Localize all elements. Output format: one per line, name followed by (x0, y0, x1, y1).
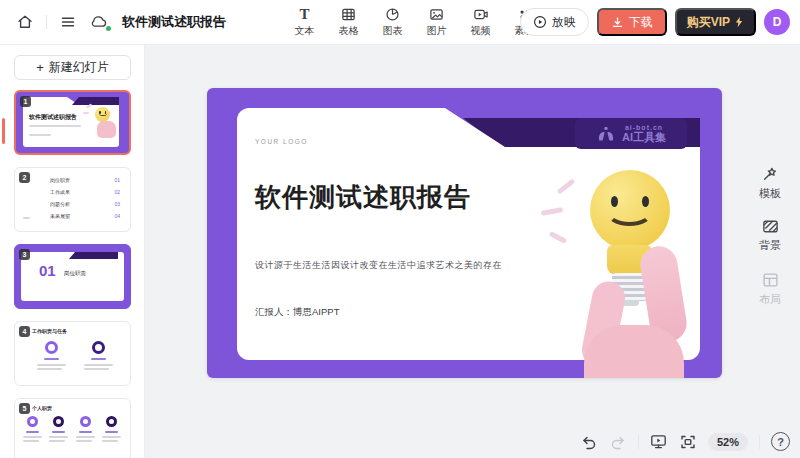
tool-text[interactable]: T 文本 (288, 5, 321, 38)
mini-dark-band (72, 97, 119, 105)
slide-thumbnail-3[interactable]: 3 01 岗位职责 (14, 244, 131, 309)
mini-text-bar (37, 364, 66, 366)
slide-number-badge: 2 (19, 172, 30, 183)
layout-panel-button[interactable]: 布局 (750, 272, 790, 307)
mini-donut-icon (106, 416, 117, 427)
document-title[interactable]: 软件测试述职报告 (122, 13, 226, 31)
template-panel-button[interactable]: 模板 (750, 165, 790, 201)
mini-text-bar (102, 440, 118, 442)
menu-icon[interactable] (57, 11, 79, 33)
background-panel-button[interactable]: 背景 (750, 219, 790, 253)
mini-text-bar (84, 368, 109, 370)
mini-cover-title: 软件测试述职报告 (29, 113, 77, 122)
redo-button[interactable] (609, 433, 627, 451)
watermark-logo-icon (596, 125, 616, 143)
divider (759, 435, 760, 449)
divider (46, 15, 47, 29)
slide-panel: + 新建幻灯片 1 软件测试述职报告 2 岗位职责 01 工作成果 02 问题分… (0, 45, 145, 458)
slide-number-badge: 5 (19, 403, 30, 414)
image-icon (429, 5, 444, 23)
slide-number-badge: 4 (19, 326, 30, 337)
mini-donut-icon (53, 416, 64, 427)
background-icon (762, 219, 779, 234)
tool-table[interactable]: 表格 (332, 5, 365, 38)
mini-donut-icon (45, 341, 58, 354)
video-icon (473, 5, 489, 23)
sync-status-dot (106, 26, 111, 31)
buy-vip-button[interactable]: 购买VIP (675, 8, 756, 36)
mini-text-bar (23, 217, 30, 219)
mini-dark-band (69, 252, 118, 259)
mini-text-bar (29, 125, 81, 127)
mini-text-bar (102, 436, 121, 438)
download-button[interactable]: 下载 (597, 8, 667, 36)
presenter-textbox[interactable]: 汇报人：博思AIPPT (255, 306, 339, 319)
slide-thumbnail-2[interactable]: 2 岗位职责 01 工作成果 02 问题分析 03 未来展望 04 (14, 167, 131, 232)
slide-thumbnail-5[interactable]: 5 个人职责 (14, 398, 131, 458)
topbar: 软件测试述职报告 T 文本 表格 图表 图片 (0, 0, 800, 45)
slide-number-badge: 1 (20, 96, 31, 107)
present-from-current-button[interactable] (650, 433, 668, 451)
tool-image[interactable]: 图片 (420, 5, 453, 38)
mini-text-bar (23, 440, 39, 442)
slide-title-textbox[interactable]: 软件测试述职报告 (255, 180, 471, 215)
help-button[interactable]: ? (771, 432, 790, 451)
mini-hand (97, 121, 116, 138)
slide-canvas[interactable]: YOUR LOGO 软件测试述职报告 设计源于生活生活因设计改变在生活中追求艺术… (207, 88, 722, 378)
mini-donut-icon (27, 416, 38, 427)
home-button[interactable] (14, 11, 36, 33)
layout-icon (762, 272, 779, 288)
mini-section-number: 01 (39, 262, 56, 279)
mini-text-bar (37, 368, 62, 370)
hand-palm (584, 325, 684, 378)
mini-section-label: 岗位职责 (64, 270, 86, 277)
mini-text-bar (26, 431, 39, 433)
text-icon: T (299, 5, 309, 23)
mini-donut-icon (92, 341, 105, 354)
active-slide-indicator (2, 118, 5, 144)
download-icon (611, 16, 624, 29)
mini-text-bar (29, 134, 51, 136)
mini-text-bar (49, 440, 65, 442)
lightning-icon (734, 16, 744, 28)
emoji-bulb-head (590, 170, 670, 250)
mini-text-bar (91, 358, 106, 360)
cloud-sync-icon[interactable] (89, 13, 110, 31)
mini-text-bar (52, 431, 65, 433)
zoom-level[interactable]: 52% (708, 433, 748, 451)
undo-button[interactable] (580, 433, 598, 451)
slide-subtitle-textbox[interactable]: 设计源于生活生活因设计改变在生活中追求艺术之美的存在 (255, 259, 502, 272)
slide-thumbnail-4[interactable]: 4 工作职责与任务 (14, 321, 131, 386)
mini-text-bar (23, 436, 42, 438)
play-circle-icon (533, 15, 547, 29)
bottom-controls: 52% ? (580, 432, 790, 451)
fit-screen-button[interactable] (679, 433, 697, 451)
mini-text-bar (49, 436, 68, 438)
new-slide-button[interactable]: + 新建幻灯片 (14, 55, 131, 80)
present-button[interactable]: 放映 (520, 8, 589, 36)
mini-text-bar (84, 364, 113, 366)
logo-placeholder[interactable]: YOUR LOGO (255, 138, 308, 145)
mini-text-bar (105, 431, 118, 433)
plus-icon: + (36, 61, 44, 74)
slide-thumbnail-1[interactable]: 1 软件测试述职报告 (14, 90, 131, 155)
table-icon (341, 5, 356, 23)
pie-chart-icon (385, 5, 400, 23)
slide-number-badge: 3 (19, 249, 30, 260)
tool-video[interactable]: 视频 (464, 5, 497, 38)
watermark-badge: ai-bot.cn AI工具集 (575, 118, 687, 149)
mini-text-bar (44, 358, 59, 360)
template-icon (762, 165, 779, 182)
divider (638, 435, 639, 449)
tool-chart[interactable]: 图表 (376, 5, 409, 38)
avatar[interactable]: D (764, 9, 790, 35)
mini-text-bar (76, 436, 95, 438)
mini-text-bar (79, 431, 92, 433)
mini-emoji-bulb (95, 107, 110, 122)
mini-donut-icon (80, 416, 91, 427)
mini-text-bar (76, 440, 92, 442)
